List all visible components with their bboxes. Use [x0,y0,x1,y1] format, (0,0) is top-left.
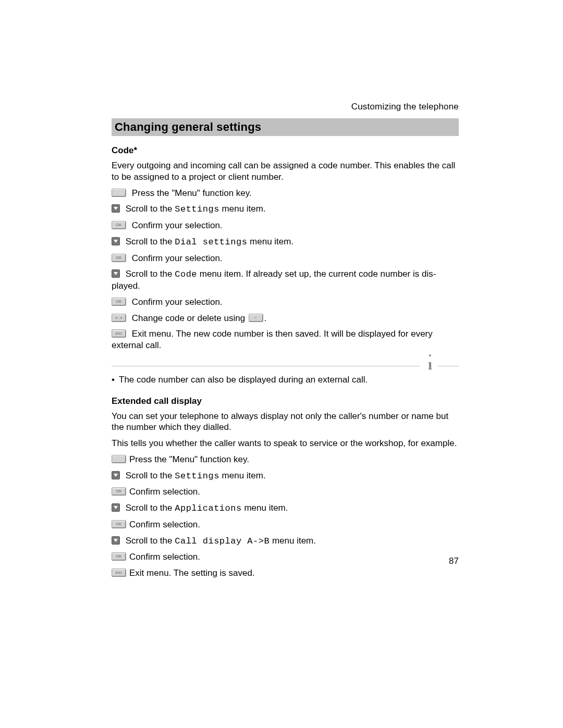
step-change-code: Change code or delete using . [112,313,459,324]
arrow-down-icon [112,536,120,545]
step-text: Confirm your selection. [132,297,223,307]
divider-line [112,366,420,366]
arrow-down-icon [112,503,120,512]
clear-key-icon [249,314,263,322]
menu-name: Call display A->B [175,536,270,546]
step-scroll-dial-settings: Scroll to the Dial settings menu item. [112,236,459,248]
step-text: menu item. [219,204,266,214]
intro-ecd-2: This tells you whether the caller wants … [112,438,459,449]
step-scroll-code: Scroll to the Code menu item. If already… [112,268,459,292]
step-text: menu item. [270,536,316,546]
step-scroll-settings: Scroll to the Settings menu item. [112,470,459,482]
menu-key-icon [112,189,126,197]
info-divider: ı [112,356,459,371]
menu-name: Code [175,269,197,279]
step-text: Press the "Menu" function key. [132,188,252,198]
info-note: The code number can also be displayed du… [112,374,459,386]
step-text: menu item. [219,471,266,480]
step-text: Confirm selection. [129,487,200,497]
esc-key-icon [112,569,126,577]
page-title: Changing general settings [112,118,459,136]
running-header: Customizing the telephone [112,102,459,112]
step-text: Scroll to the [126,269,175,279]
step-text: Scroll to the [126,536,175,546]
ok-key-icon [112,298,126,306]
menu-name: Applications [175,503,241,513]
step-text: Exit menu. The new code number is then s… [112,329,433,350]
step-confirm: Confirm selection. [112,486,459,498]
esc-key-icon [112,329,126,338]
step-confirm: Confirm your selection. [112,297,459,308]
ok-key-icon [112,552,126,561]
arrow-down-icon [112,204,120,213]
step-confirm: Confirm your selection. [112,220,459,231]
step-text: Confirm selection. [129,552,200,562]
divider-line [438,366,459,366]
page-number: 87 [449,556,459,566]
step-exit-save: Exit menu. The setting is saved. [112,567,459,579]
step-text: Confirm your selection. [132,220,223,230]
info-icon: ı [422,354,438,372]
step-text: menu item. [242,503,288,513]
menu-name: Settings [175,471,219,481]
step-scroll-applications: Scroll to the Applications menu item. [112,502,459,514]
arrow-down-icon [112,471,120,479]
document-page: Customizing the telephone Changing gener… [0,0,563,728]
step-text: Scroll to the [126,471,175,480]
menu-name: Settings [175,204,219,214]
ok-key-icon [112,221,126,229]
step-text: Scroll to the [126,204,175,214]
step-scroll-settings: Scroll to the Settings menu item. [112,203,459,215]
step-exit-save: Exit menu. The new code number is then s… [112,328,459,351]
menu-key-icon [112,455,126,463]
step-scroll-call-display: Scroll to the Call display A->B menu ite… [112,535,459,547]
ok-key-icon [112,254,126,262]
arrow-down-icon [112,237,120,245]
step-text: Scroll to the [126,503,175,513]
step-confirm: Confirm your selection. [112,253,459,264]
intro-code: Every outgoing and incoming call can be … [112,160,459,183]
step-text: menu item. [247,237,293,246]
intro-ecd-1: You can set your telephone to always dis… [112,411,459,434]
digits-key-icon [112,314,126,322]
subheading-code: Code* [112,145,459,156]
step-text: Press the "Menu" function key. [129,454,249,464]
step-text: Confirm selection. [129,520,200,529]
step-text: Exit menu. The setting is saved. [129,568,255,578]
step-text: Change code or delete using [132,313,248,323]
step-confirm: Confirm selection. [112,519,459,530]
step-confirm: Confirm selection. [112,551,459,563]
step-text: . [264,313,267,323]
arrow-down-icon [112,269,120,278]
step-text: Confirm your selection. [132,253,223,263]
ok-key-icon [112,487,126,496]
menu-name: Dial settings [175,237,247,247]
step-text: Scroll to the [126,237,175,246]
step-menu-key: Press the "Menu" function key. [112,188,459,199]
subheading-extended-call-display: Extended call display [112,396,459,406]
step-menu-key: Press the "Menu" function key. [112,454,459,465]
ok-key-icon [112,520,126,528]
